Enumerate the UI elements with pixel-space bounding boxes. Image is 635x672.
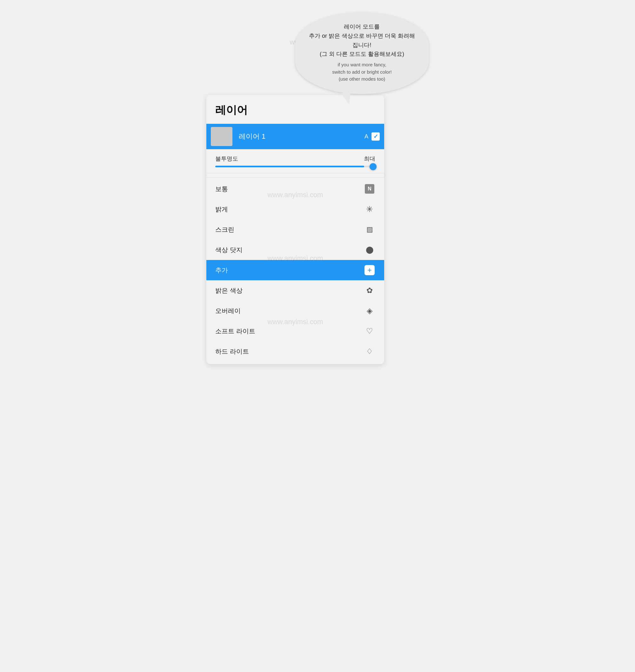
blend-item-hard-light[interactable]: 하드 라이트 ♢ — [206, 341, 384, 362]
blend-item-overlay[interactable]: 오버레이 ◈ — [206, 300, 384, 321]
layer-row[interactable]: 레이어 1 A — [206, 124, 384, 149]
blend-label-normal: 보통 — [215, 185, 228, 193]
blend-label-add: 추가 — [215, 266, 228, 274]
blend-item-normal[interactable]: 보통 N — [206, 179, 384, 199]
layer-checkbox[interactable] — [371, 132, 380, 141]
blend-item-add[interactable]: 추가 + — [206, 260, 384, 280]
opacity-section: 불투명도 최대 — [206, 151, 384, 173]
blend-icon-screen: ▨ — [364, 224, 375, 235]
blend-item-screen[interactable]: 스크린 ▨ — [206, 219, 384, 240]
blend-label-bright-color: 밝은 색상 — [215, 286, 243, 295]
blend-item-bright-color[interactable]: 밝은 색상 ✿ — [206, 280, 384, 300]
color-dodge-icon: ⬤ — [366, 246, 374, 254]
soft-light-icon: ♡ — [366, 327, 373, 336]
blend-icon-bright-color: ✿ — [364, 285, 375, 296]
blend-icon-soft-light: ♡ — [364, 326, 375, 337]
layer-thumbnail — [211, 127, 233, 146]
overlay-icon: ◈ — [367, 306, 372, 315]
blend-item-color-dodge[interactable]: 색상 닷지 ⬤ — [206, 240, 384, 260]
add-icon: + — [365, 265, 375, 275]
panel-title: 레이어 — [215, 103, 375, 117]
layer-name: 레이어 1 — [233, 132, 365, 141]
screen-icon: ▨ — [366, 225, 373, 233]
opacity-value: 최대 — [364, 155, 375, 162]
opacity-slider[interactable] — [215, 166, 375, 167]
speech-bubble: 레이어 모드를 추가 or 밝은 색상으로 바꾸면 더욱 화려해집니다! (그 … — [295, 13, 429, 94]
blend-label-color-dodge: 색상 닷지 — [215, 246, 243, 254]
panel-header: 레이어 — [206, 95, 384, 122]
blend-icon-normal: N — [364, 183, 375, 195]
blend-label-soft-light: 소프트 라이트 — [215, 327, 255, 336]
normal-icon: N — [365, 184, 374, 194]
blend-label-overlay: 오버레이 — [215, 307, 241, 315]
blend-label-hard-light: 하드 라이트 — [215, 347, 249, 356]
slider-thumb[interactable] — [370, 163, 376, 170]
layer-alpha-label: A — [365, 133, 368, 140]
blend-icon-overlay: ◈ — [364, 305, 375, 316]
blend-icon-lighten — [364, 203, 375, 215]
blend-icon-hard-light: ♢ — [364, 346, 375, 357]
bubble-korean-text: 레이어 모드를 추가 or 밝은 색상으로 바꾸면 더욱 화려해집니다! (그 … — [308, 22, 416, 59]
blend-icon-add: + — [364, 264, 375, 276]
blend-label-lighten: 밝게 — [215, 205, 228, 214]
opacity-label: 불투명도 — [215, 155, 238, 162]
blend-item-lighten[interactable]: 밝게 — [206, 199, 384, 219]
blend-item-soft-light[interactable]: 소프트 라이트 ♡ — [206, 321, 384, 341]
blend-icon-color-dodge: ⬤ — [364, 244, 375, 255]
bright-color-icon: ✿ — [366, 286, 373, 295]
bubble-english-text: if you want more fancy, switch to add or… — [308, 61, 416, 83]
hard-light-icon: ♢ — [366, 347, 373, 356]
blend-mode-list: 보통 N 밝게 스크린 ▨ 색상 닷지 — [206, 173, 384, 364]
slider-fill — [215, 166, 364, 167]
blend-label-screen: 스크린 — [215, 225, 234, 234]
lighten-icon — [366, 204, 373, 214]
layer-panel: 레이어 레이어 1 A 불투명도 최대 보통 — [206, 95, 384, 364]
